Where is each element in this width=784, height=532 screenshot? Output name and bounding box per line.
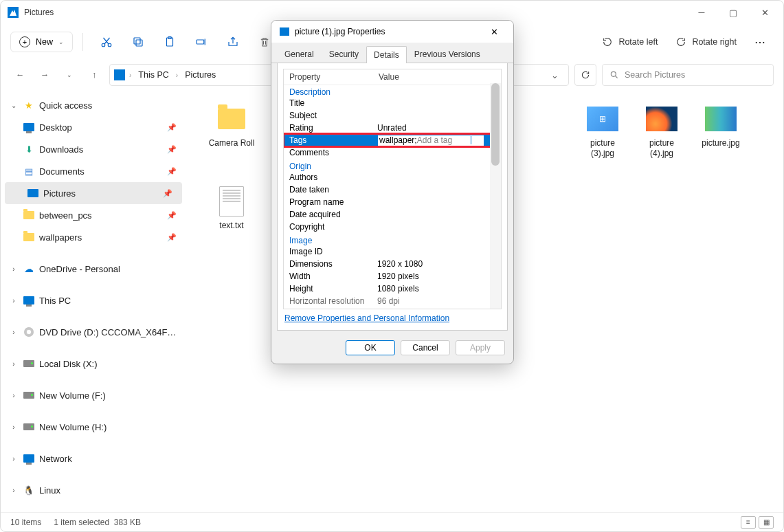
document-icon: ▤ [23, 165, 35, 177]
sidebar-item-downloads[interactable]: ⬇ Downloads 📌 [1, 138, 186, 160]
tab-general[interactable]: General [277, 45, 322, 63]
address-dropdown[interactable]: ⌄ [546, 70, 564, 80]
linux-icon: 🐧 [23, 484, 35, 496]
cancel-button[interactable]: Cancel [401, 340, 450, 355]
prop-height[interactable]: Height [289, 284, 377, 293]
remove-properties-link[interactable]: Remove Properties and Personal Informati… [283, 309, 502, 324]
prop-subject[interactable]: Subject [289, 111, 377, 120]
prop-hres[interactable]: Horizontal resolution [289, 296, 377, 306]
pin-icon: 📌 [163, 189, 172, 198]
prop-date-taken[interactable]: Date taken [289, 185, 377, 195]
group-description: Description [289, 85, 377, 97]
file-item[interactable]: picture.jpg [696, 104, 746, 179]
sidebar-thispc[interactable]: › This PC [1, 289, 186, 311]
prop-program-name[interactable]: Program name [289, 197, 377, 207]
more-button[interactable]: ⋯ [748, 36, 774, 49]
prop-rating[interactable]: Rating [289, 123, 377, 133]
dvd-icon [24, 327, 34, 337]
cut-button[interactable] [93, 30, 120, 54]
dialog-tabs: General Security Details Previous Versio… [271, 43, 513, 63]
share-button[interactable] [219, 30, 247, 54]
download-icon: ⬇ [23, 143, 35, 155]
svg-rect-2 [136, 40, 142, 46]
svg-rect-6 [197, 40, 204, 44]
back-button[interactable]: ← [10, 65, 30, 85]
text-file-icon [219, 186, 244, 217]
breadcrumb[interactable]: This PC [135, 69, 171, 81]
window-maximize-button[interactable]: ▢ [717, 2, 749, 23]
image-thumbnail: ⊞ [587, 107, 618, 131]
window-close-button[interactable]: ✕ [749, 2, 781, 23]
view-icons-button[interactable]: ▦ [759, 516, 774, 529]
ok-button[interactable]: OK [346, 340, 395, 355]
copy-button[interactable] [124, 30, 152, 54]
prop-tags: Tags [289, 135, 377, 145]
prop-dimensions[interactable]: Dimensions [289, 259, 377, 269]
prop-authors[interactable]: Authors [289, 173, 377, 182]
drive-icon [23, 423, 34, 430]
new-button[interactable]: + New ⌄ [10, 32, 73, 52]
rotate-right-button[interactable]: Rotate right [669, 32, 743, 52]
apply-button[interactable]: Apply [456, 340, 505, 355]
cloud-icon: ☁ [23, 263, 35, 275]
sidebar-onedrive[interactable]: ›☁ OneDrive - Personal [1, 258, 186, 280]
sidebar-network[interactable]: › Network [1, 447, 186, 469]
forward-button[interactable]: → [35, 65, 54, 85]
folder-icon [23, 233, 34, 241]
scrollbar[interactable] [490, 83, 501, 309]
refresh-button[interactable] [574, 64, 596, 86]
chevron-down-icon: ⌄ [58, 38, 64, 45]
properties-dialog: picture (1).jpg Properties ✕ General Sec… [271, 20, 514, 364]
dialog-close-button[interactable]: ✕ [480, 22, 508, 41]
svg-point-7 [611, 71, 616, 76]
breadcrumb[interactable]: Pictures [182, 69, 219, 81]
image-thumbnail [705, 107, 737, 131]
sidebar-quick-access[interactable]: ⌄★ Quick access [1, 94, 186, 116]
prop-tags-row[interactable]: Tags wallpaper; Add a tag [284, 134, 490, 146]
group-image: Image [289, 233, 377, 245]
sidebar-volume-f[interactable]: › New Volume (F:) [1, 384, 186, 406]
sidebar-item-pictures[interactable]: Pictures 📌 [5, 182, 182, 204]
view-details-button[interactable]: ≡ [741, 516, 756, 529]
up-button[interactable]: ↑ [85, 65, 104, 85]
rotate-left-button[interactable]: Rotate left [595, 32, 664, 52]
sidebar-item-folder[interactable]: wallpapers 📌 [1, 226, 186, 248]
tab-security[interactable]: Security [322, 45, 366, 63]
prop-image-id[interactable]: Image ID [289, 247, 377, 256]
file-item[interactable]: picture (4).jpg [637, 104, 686, 179]
rename-button[interactable] [188, 30, 215, 54]
tab-previous-versions[interactable]: Previous Versions [407, 45, 488, 63]
network-icon [23, 454, 34, 463]
sidebar-item-desktop[interactable]: Desktop 📌 [1, 116, 186, 138]
location-icon [114, 69, 125, 80]
file-item[interactable]: Camera Roll [207, 104, 256, 179]
drive-icon [23, 360, 34, 367]
dialog-titlebar[interactable]: picture (1).jpg Properties ✕ [271, 21, 513, 43]
sidebar-volume-h[interactable]: › New Volume (H:) [1, 416, 186, 438]
prop-title[interactable]: Title [289, 98, 377, 108]
prop-copyright[interactable]: Copyright [289, 222, 377, 232]
sidebar-item-folder[interactable]: between_pcs 📌 [1, 204, 186, 226]
app-icon [8, 7, 19, 18]
recent-button[interactable]: ⌄ [60, 65, 79, 85]
navigation-pane: ⌄★ Quick access Desktop 📌 ⬇ Downloads 📌 … [1, 90, 186, 512]
prop-comments[interactable]: Comments [289, 148, 377, 157]
sidebar-item-documents[interactable]: ▤ Documents 📌 [1, 160, 186, 182]
pin-icon: 📌 [167, 145, 177, 154]
file-item[interactable]: text.txt [207, 186, 256, 231]
file-item[interactable]: ⊞ picture (3).jpg [578, 104, 627, 179]
tab-details[interactable]: Details [366, 46, 407, 63]
paste-button[interactable] [156, 30, 183, 54]
window-minimize-button[interactable]: ─ [686, 2, 717, 23]
prop-date-acquired[interactable]: Date acquired [289, 210, 377, 219]
folder-icon [23, 211, 34, 219]
monitor-icon [23, 296, 34, 304]
prop-width[interactable]: Width [289, 271, 377, 281]
property-grid: Property Value Description Title Subject… [283, 69, 502, 309]
drive-icon [23, 392, 34, 399]
sidebar-localdisk-x[interactable]: › Local Disk (X:) [1, 353, 186, 375]
sidebar-linux[interactable]: ›🐧 Linux [1, 479, 186, 501]
search-box[interactable]: Search Pictures [602, 64, 774, 86]
tags-input[interactable]: wallpaper; Add a tag [377, 135, 484, 146]
sidebar-dvd[interactable]: › DVD Drive (D:) CCCOMA_X64FRE_EN-US [1, 321, 186, 343]
